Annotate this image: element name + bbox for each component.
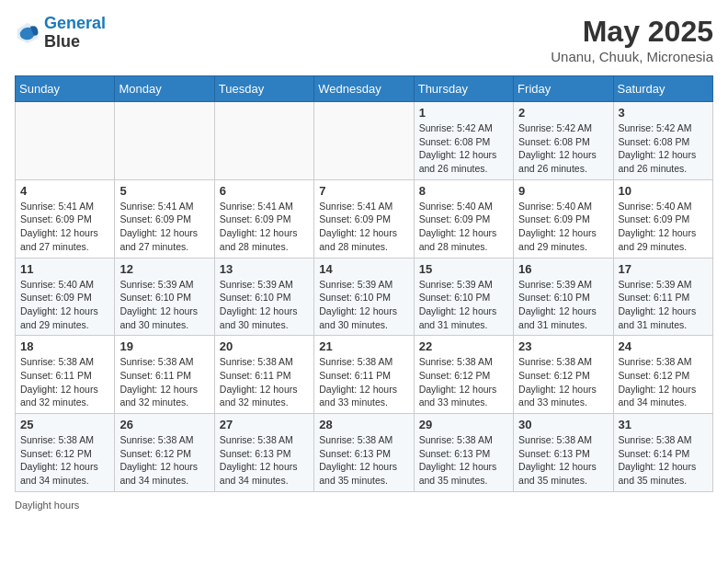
day-number: 13 <box>220 262 309 276</box>
day-number: 25 <box>20 418 109 431</box>
day-number: 11 <box>20 262 109 276</box>
day-info: Sunrise: 5:38 AM Sunset: 6:12 PM Dayligh… <box>20 433 109 488</box>
location-title: Unanu, Chuuk, Micronesia <box>551 49 713 64</box>
weekday-sunday: Sunday <box>16 76 115 102</box>
day-info: Sunrise: 5:38 AM Sunset: 6:11 PM Dayligh… <box>220 355 309 409</box>
calendar-cell <box>214 102 313 180</box>
day-info: Sunrise: 5:40 AM Sunset: 6:09 PM Dayligh… <box>20 278 109 332</box>
day-number: 17 <box>619 262 708 276</box>
footer-note: Daylight hours <box>15 500 713 511</box>
day-number: 15 <box>419 262 508 276</box>
logo-icon <box>15 20 40 46</box>
weekday-monday: Monday <box>115 76 214 102</box>
day-info: Sunrise: 5:39 AM Sunset: 6:11 PM Dayligh… <box>619 278 708 332</box>
month-title: May 2025 <box>551 15 713 49</box>
day-info: Sunrise: 5:38 AM Sunset: 6:11 PM Dayligh… <box>119 355 209 409</box>
day-number: 21 <box>319 339 408 353</box>
day-info: Sunrise: 5:38 AM Sunset: 6:12 PM Dayligh… <box>619 355 708 409</box>
calendar-cell: 31Sunrise: 5:38 AM Sunset: 6:14 PM Dayli… <box>613 414 712 492</box>
calendar-cell: 28Sunrise: 5:38 AM Sunset: 6:13 PM Dayli… <box>314 414 414 492</box>
calendar-cell: 18Sunrise: 5:38 AM Sunset: 6:11 PM Dayli… <box>16 336 115 414</box>
day-info: Sunrise: 5:38 AM Sunset: 6:12 PM Dayligh… <box>119 433 209 488</box>
title-block: May 2025 Unanu, Chuuk, Micronesia <box>551 15 713 64</box>
calendar-cell: 10Sunrise: 5:40 AM Sunset: 6:09 PM Dayli… <box>613 179 712 258</box>
calendar-cell: 2Sunrise: 5:42 AM Sunset: 6:08 PM Daylig… <box>514 102 613 180</box>
calendar-cell: 14Sunrise: 5:39 AM Sunset: 6:10 PM Dayli… <box>314 258 414 336</box>
day-info: Sunrise: 5:39 AM Sunset: 6:10 PM Dayligh… <box>518 278 608 332</box>
calendar-cell: 20Sunrise: 5:38 AM Sunset: 6:11 PM Dayli… <box>214 336 313 414</box>
calendar-week-1: 1Sunrise: 5:42 AM Sunset: 6:08 PM Daylig… <box>16 102 713 180</box>
calendar-cell: 26Sunrise: 5:38 AM Sunset: 6:12 PM Dayli… <box>115 414 214 492</box>
day-number: 10 <box>619 184 708 198</box>
calendar-cell: 8Sunrise: 5:40 AM Sunset: 6:09 PM Daylig… <box>414 179 513 258</box>
day-info: Sunrise: 5:39 AM Sunset: 6:10 PM Dayligh… <box>319 278 408 332</box>
day-info: Sunrise: 5:40 AM Sunset: 6:09 PM Dayligh… <box>419 200 508 254</box>
calendar-cell: 29Sunrise: 5:38 AM Sunset: 6:13 PM Dayli… <box>414 414 513 492</box>
weekday-thursday: Thursday <box>414 76 513 102</box>
weekday-header-row: SundayMondayTuesdayWednesdayThursdayFrid… <box>16 76 713 102</box>
day-info: Sunrise: 5:38 AM Sunset: 6:13 PM Dayligh… <box>220 433 309 488</box>
day-info: Sunrise: 5:40 AM Sunset: 6:09 PM Dayligh… <box>518 200 608 254</box>
calendar-cell: 17Sunrise: 5:39 AM Sunset: 6:11 PM Dayli… <box>613 258 712 336</box>
calendar-cell: 11Sunrise: 5:40 AM Sunset: 6:09 PM Dayli… <box>16 258 115 336</box>
day-info: Sunrise: 5:38 AM Sunset: 6:12 PM Dayligh… <box>419 355 508 409</box>
weekday-friday: Friday <box>514 76 613 102</box>
weekday-tuesday: Tuesday <box>214 76 313 102</box>
day-number: 16 <box>518 262 608 276</box>
calendar-cell <box>115 102 214 180</box>
day-info: Sunrise: 5:40 AM Sunset: 6:09 PM Dayligh… <box>619 200 708 254</box>
day-number: 14 <box>319 262 408 276</box>
calendar-cell: 7Sunrise: 5:41 AM Sunset: 6:09 PM Daylig… <box>314 179 414 258</box>
day-info: Sunrise: 5:39 AM Sunset: 6:10 PM Dayligh… <box>220 278 309 332</box>
day-number: 24 <box>619 339 708 353</box>
calendar-cell: 13Sunrise: 5:39 AM Sunset: 6:10 PM Dayli… <box>214 258 313 336</box>
day-info: Sunrise: 5:38 AM Sunset: 6:11 PM Dayligh… <box>319 355 408 409</box>
calendar-cell: 16Sunrise: 5:39 AM Sunset: 6:10 PM Dayli… <box>514 258 613 336</box>
page-header: General Blue May 2025 Unanu, Chuuk, Micr… <box>15 15 713 64</box>
day-info: Sunrise: 5:38 AM Sunset: 6:11 PM Dayligh… <box>20 355 109 409</box>
day-number: 30 <box>518 418 608 431</box>
weekday-wednesday: Wednesday <box>314 76 414 102</box>
day-info: Sunrise: 5:38 AM Sunset: 6:13 PM Dayligh… <box>319 433 408 488</box>
calendar-week-2: 4Sunrise: 5:41 AM Sunset: 6:09 PM Daylig… <box>16 179 713 258</box>
calendar-cell: 9Sunrise: 5:40 AM Sunset: 6:09 PM Daylig… <box>514 179 613 258</box>
logo-text: General Blue <box>44 15 106 52</box>
day-info: Sunrise: 5:42 AM Sunset: 6:08 PM Dayligh… <box>419 121 508 176</box>
day-number: 6 <box>220 184 309 198</box>
calendar-cell: 15Sunrise: 5:39 AM Sunset: 6:10 PM Dayli… <box>414 258 513 336</box>
day-number: 3 <box>619 106 708 120</box>
calendar-cell <box>314 102 414 180</box>
day-info: Sunrise: 5:38 AM Sunset: 6:14 PM Dayligh… <box>619 433 708 488</box>
weekday-saturday: Saturday <box>613 76 712 102</box>
day-info: Sunrise: 5:41 AM Sunset: 6:09 PM Dayligh… <box>220 200 309 254</box>
day-number: 9 <box>518 184 608 198</box>
calendar-cell: 25Sunrise: 5:38 AM Sunset: 6:12 PM Dayli… <box>16 414 115 492</box>
calendar-cell: 22Sunrise: 5:38 AM Sunset: 6:12 PM Dayli… <box>414 336 513 414</box>
day-number: 23 <box>518 339 608 353</box>
day-number: 4 <box>20 184 109 198</box>
day-number: 26 <box>119 418 209 431</box>
calendar-cell: 23Sunrise: 5:38 AM Sunset: 6:12 PM Dayli… <box>514 336 613 414</box>
calendar-cell: 30Sunrise: 5:38 AM Sunset: 6:13 PM Dayli… <box>514 414 613 492</box>
day-number: 28 <box>319 418 408 431</box>
calendar-week-4: 18Sunrise: 5:38 AM Sunset: 6:11 PM Dayli… <box>16 336 713 414</box>
day-number: 8 <box>419 184 508 198</box>
day-number: 27 <box>220 418 309 431</box>
day-number: 18 <box>20 339 109 353</box>
calendar-cell: 21Sunrise: 5:38 AM Sunset: 6:11 PM Dayli… <box>314 336 414 414</box>
calendar-cell: 27Sunrise: 5:38 AM Sunset: 6:13 PM Dayli… <box>214 414 313 492</box>
calendar-week-5: 25Sunrise: 5:38 AM Sunset: 6:12 PM Dayli… <box>16 414 713 492</box>
day-info: Sunrise: 5:42 AM Sunset: 6:08 PM Dayligh… <box>518 121 608 176</box>
day-number: 31 <box>619 418 708 431</box>
calendar-week-3: 11Sunrise: 5:40 AM Sunset: 6:09 PM Dayli… <box>16 258 713 336</box>
calendar-cell <box>16 102 115 180</box>
day-info: Sunrise: 5:41 AM Sunset: 6:09 PM Dayligh… <box>119 200 209 254</box>
calendar-cell: 4Sunrise: 5:41 AM Sunset: 6:09 PM Daylig… <box>16 179 115 258</box>
day-number: 5 <box>119 184 209 198</box>
day-number: 7 <box>319 184 408 198</box>
day-number: 12 <box>119 262 209 276</box>
day-info: Sunrise: 5:41 AM Sunset: 6:09 PM Dayligh… <box>20 200 109 254</box>
calendar-cell: 5Sunrise: 5:41 AM Sunset: 6:09 PM Daylig… <box>115 179 214 258</box>
day-info: Sunrise: 5:38 AM Sunset: 6:13 PM Dayligh… <box>419 433 508 488</box>
day-number: 29 <box>419 418 508 431</box>
